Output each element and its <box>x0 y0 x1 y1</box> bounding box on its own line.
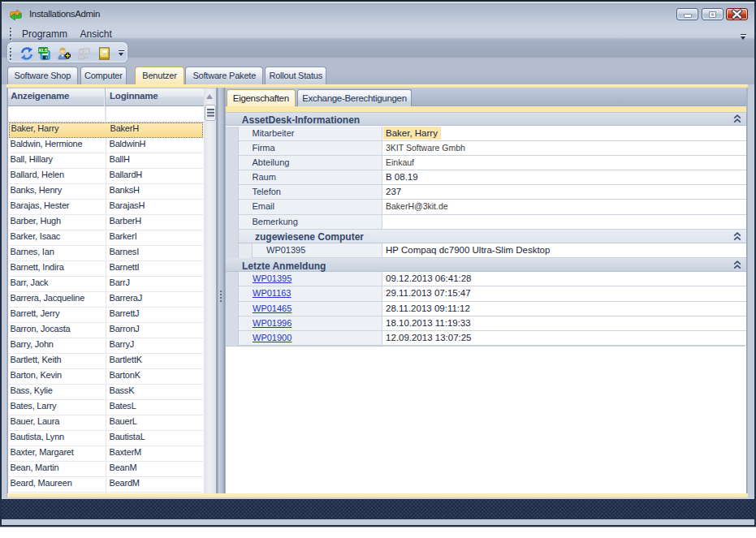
svg-text:XLS: XLS <box>38 48 47 53</box>
